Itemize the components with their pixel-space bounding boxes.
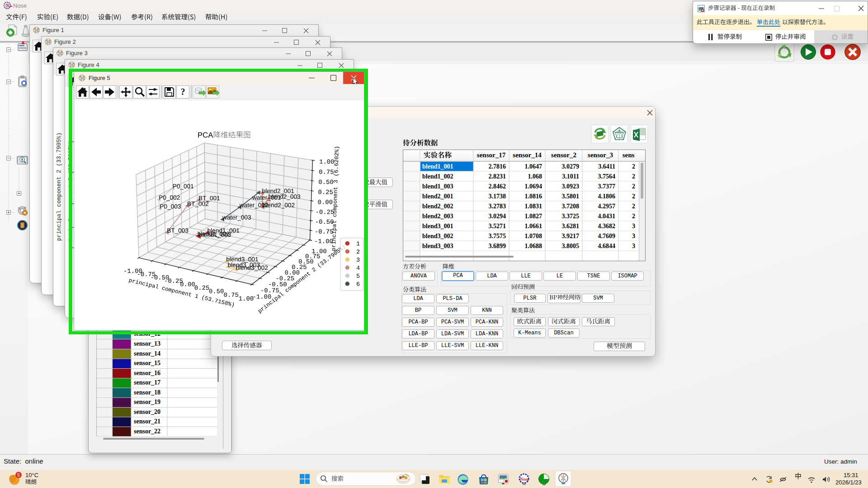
svg-text:5: 5 — [17, 473, 20, 478]
svg-text:Nose: Nose — [519, 477, 529, 482]
svg-text:N: N — [5, 3, 9, 8]
svg-text:?: ? — [181, 87, 185, 97]
